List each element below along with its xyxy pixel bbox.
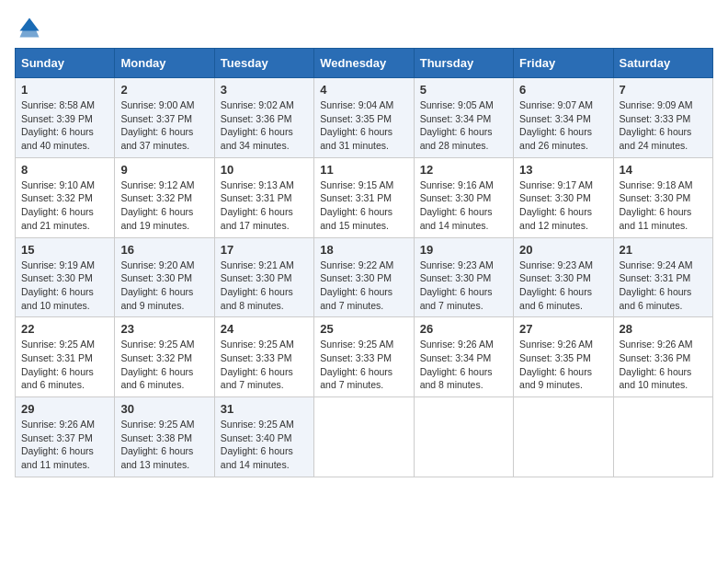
calendar-cell: 12 Sunrise: 9:16 AMSunset: 3:30 PMDaylig… — [414, 157, 513, 237]
calendar-cell: 29 Sunrise: 9:26 AMSunset: 3:37 PMDaylig… — [16, 397, 115, 477]
cell-text: Sunrise: 9:23 AMSunset: 3:30 PMDaylight:… — [519, 259, 593, 311]
day-number: 5 — [420, 83, 507, 97]
header-day-thursday: Thursday — [414, 49, 513, 78]
cell-text: Sunrise: 9:25 AMSunset: 3:33 PMDaylight:… — [221, 339, 294, 390]
calendar-cell — [314, 397, 414, 477]
day-number: 16 — [120, 243, 208, 257]
calendar-cell: 9 Sunrise: 9:12 AMSunset: 3:32 PMDayligh… — [115, 157, 214, 237]
calendar-cell: 16 Sunrise: 9:20 AMSunset: 3:30 PMDaylig… — [115, 237, 214, 317]
cell-text: Sunrise: 9:24 AMSunset: 3:31 PMDaylight:… — [620, 259, 693, 311]
cell-text: Sunrise: 9:21 AMSunset: 3:30 PMDaylight:… — [221, 259, 294, 311]
day-number: 15 — [21, 243, 108, 257]
calendar-cell: 31 Sunrise: 9:25 AMSunset: 3:40 PMDaylig… — [214, 397, 313, 477]
calendar-cell: 22 Sunrise: 9:25 AMSunset: 3:31 PMDaylig… — [16, 317, 115, 397]
calendar-week-row: 15 Sunrise: 9:19 AMSunset: 3:30 PMDaylig… — [16, 237, 713, 317]
cell-text: Sunrise: 9:25 AMSunset: 3:40 PMDaylight:… — [221, 419, 294, 470]
day-number: 18 — [320, 243, 407, 257]
header-day-sunday: Sunday — [16, 49, 115, 78]
cell-text: Sunrise: 9:26 AMSunset: 3:34 PMDaylight:… — [420, 339, 494, 390]
day-number: 28 — [620, 322, 707, 336]
cell-text: Sunrise: 9:25 AMSunset: 3:32 PMDaylight:… — [120, 339, 194, 390]
day-number: 19 — [420, 243, 507, 257]
cell-text: Sunrise: 9:12 AMSunset: 3:32 PMDaylight:… — [120, 179, 194, 231]
header-day-friday: Friday — [514, 49, 613, 78]
header-day-tuesday: Tuesday — [214, 49, 313, 78]
calendar-cell: 13 Sunrise: 9:17 AMSunset: 3:30 PMDaylig… — [514, 157, 613, 237]
cell-text: Sunrise: 9:25 AMSunset: 3:38 PMDaylight:… — [120, 419, 194, 470]
cell-text: Sunrise: 9:20 AMSunset: 3:30 PMDaylight:… — [120, 259, 194, 311]
calendar-cell: 30 Sunrise: 9:25 AMSunset: 3:38 PMDaylig… — [115, 397, 214, 477]
calendar-cell — [514, 397, 613, 477]
day-number: 25 — [320, 322, 407, 336]
day-number: 4 — [320, 83, 407, 97]
day-number: 31 — [221, 402, 308, 416]
cell-text: Sunrise: 9:25 AMSunset: 3:33 PMDaylight:… — [320, 339, 393, 390]
day-number: 11 — [320, 163, 407, 177]
day-number: 21 — [620, 243, 707, 257]
calendar-cell: 15 Sunrise: 9:19 AMSunset: 3:30 PMDaylig… — [16, 237, 115, 317]
calendar-cell — [613, 397, 712, 477]
calendar-cell: 4 Sunrise: 9:04 AMSunset: 3:35 PMDayligh… — [314, 78, 414, 158]
page-header — [15, 15, 713, 40]
calendar-week-row: 1 Sunrise: 8:58 AMSunset: 3:39 PMDayligh… — [16, 78, 713, 158]
cell-text: Sunrise: 9:23 AMSunset: 3:30 PMDaylight:… — [420, 259, 494, 311]
calendar-cell: 17 Sunrise: 9:21 AMSunset: 3:30 PMDaylig… — [214, 237, 313, 317]
day-number: 13 — [519, 163, 607, 177]
cell-text: Sunrise: 9:26 AMSunset: 3:37 PMDaylight:… — [21, 419, 95, 470]
day-number: 24 — [221, 322, 308, 336]
calendar-cell: 3 Sunrise: 9:02 AMSunset: 3:36 PMDayligh… — [214, 78, 313, 158]
cell-text: Sunrise: 9:19 AMSunset: 3:30 PMDaylight:… — [21, 259, 95, 311]
day-number: 7 — [620, 83, 707, 97]
day-number: 8 — [21, 163, 108, 177]
header-day-wednesday: Wednesday — [314, 49, 414, 78]
calendar-cell: 14 Sunrise: 9:18 AMSunset: 3:30 PMDaylig… — [613, 157, 712, 237]
calendar-week-row: 22 Sunrise: 9:25 AMSunset: 3:31 PMDaylig… — [16, 317, 713, 397]
logo-icon — [17, 15, 42, 40]
cell-text: Sunrise: 9:09 AMSunset: 3:33 PMDaylight:… — [620, 99, 693, 151]
cell-text: Sunrise: 9:26 AMSunset: 3:35 PMDaylight:… — [519, 339, 593, 390]
calendar-cell: 11 Sunrise: 9:15 AMSunset: 3:31 PMDaylig… — [314, 157, 414, 237]
calendar-cell: 23 Sunrise: 9:25 AMSunset: 3:32 PMDaylig… — [115, 317, 214, 397]
logo — [15, 15, 44, 40]
calendar-body: 1 Sunrise: 8:58 AMSunset: 3:39 PMDayligh… — [16, 78, 713, 477]
cell-text: Sunrise: 9:15 AMSunset: 3:31 PMDaylight:… — [320, 179, 393, 231]
calendar-cell: 10 Sunrise: 9:13 AMSunset: 3:31 PMDaylig… — [214, 157, 313, 237]
cell-text: Sunrise: 9:02 AMSunset: 3:36 PMDaylight:… — [221, 99, 294, 151]
day-number: 9 — [120, 163, 208, 177]
cell-text: Sunrise: 9:22 AMSunset: 3:30 PMDaylight:… — [320, 259, 393, 311]
cell-text: Sunrise: 9:17 AMSunset: 3:30 PMDaylight:… — [519, 179, 593, 231]
cell-text: Sunrise: 9:16 AMSunset: 3:30 PMDaylight:… — [420, 179, 494, 231]
calendar-cell: 8 Sunrise: 9:10 AMSunset: 3:32 PMDayligh… — [16, 157, 115, 237]
calendar-week-row: 8 Sunrise: 9:10 AMSunset: 3:32 PMDayligh… — [16, 157, 713, 237]
calendar-cell: 18 Sunrise: 9:22 AMSunset: 3:30 PMDaylig… — [314, 237, 414, 317]
day-number: 2 — [120, 83, 208, 97]
day-number: 26 — [420, 322, 507, 336]
day-number: 3 — [221, 83, 308, 97]
cell-text: Sunrise: 9:26 AMSunset: 3:36 PMDaylight:… — [620, 339, 693, 390]
calendar-cell: 2 Sunrise: 9:00 AMSunset: 3:37 PMDayligh… — [115, 78, 214, 158]
calendar-cell: 6 Sunrise: 9:07 AMSunset: 3:34 PMDayligh… — [514, 78, 613, 158]
day-number: 17 — [221, 243, 308, 257]
header-day-saturday: Saturday — [613, 49, 712, 78]
calendar-cell: 26 Sunrise: 9:26 AMSunset: 3:34 PMDaylig… — [414, 317, 513, 397]
cell-text: Sunrise: 9:00 AMSunset: 3:37 PMDaylight:… — [120, 99, 194, 151]
calendar-cell: 21 Sunrise: 9:24 AMSunset: 3:31 PMDaylig… — [613, 237, 712, 317]
calendar-cell: 28 Sunrise: 9:26 AMSunset: 3:36 PMDaylig… — [613, 317, 712, 397]
day-number: 23 — [120, 322, 208, 336]
calendar-cell: 19 Sunrise: 9:23 AMSunset: 3:30 PMDaylig… — [414, 237, 513, 317]
day-number: 20 — [519, 243, 607, 257]
calendar-week-row: 29 Sunrise: 9:26 AMSunset: 3:37 PMDaylig… — [16, 397, 713, 477]
calendar-table: SundayMondayTuesdayWednesdayThursdayFrid… — [15, 48, 713, 477]
day-number: 1 — [21, 83, 108, 97]
calendar-cell: 5 Sunrise: 9:05 AMSunset: 3:34 PMDayligh… — [414, 78, 513, 158]
cell-text: Sunrise: 9:07 AMSunset: 3:34 PMDaylight:… — [519, 99, 593, 151]
cell-text: Sunrise: 9:05 AMSunset: 3:34 PMDaylight:… — [420, 99, 494, 151]
day-number: 14 — [620, 163, 707, 177]
day-number: 29 — [21, 402, 108, 416]
calendar-cell: 27 Sunrise: 9:26 AMSunset: 3:35 PMDaylig… — [514, 317, 613, 397]
cell-text: Sunrise: 8:58 AMSunset: 3:39 PMDaylight:… — [21, 99, 95, 151]
calendar-cell: 20 Sunrise: 9:23 AMSunset: 3:30 PMDaylig… — [514, 237, 613, 317]
calendar-cell: 7 Sunrise: 9:09 AMSunset: 3:33 PMDayligh… — [613, 78, 712, 158]
day-number: 10 — [221, 163, 308, 177]
day-number: 22 — [21, 322, 108, 336]
